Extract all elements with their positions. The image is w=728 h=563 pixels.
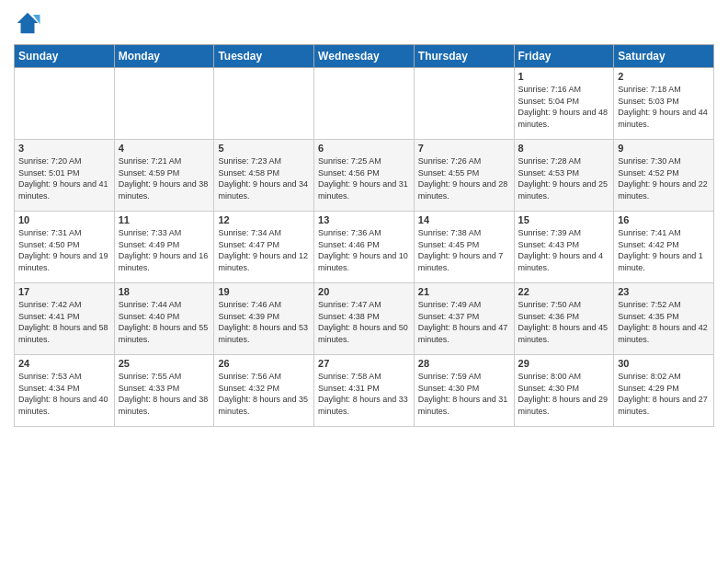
day-info: Sunrise: 7:31 AM Sunset: 4:50 PM Dayligh… [18, 227, 110, 273]
day-info: Sunrise: 7:21 AM Sunset: 4:59 PM Dayligh… [119, 155, 210, 201]
day-info: Sunrise: 7:59 AM Sunset: 4:30 PM Dayligh… [418, 371, 510, 417]
day-number: 23 [618, 286, 710, 297]
day-info: Sunrise: 7:26 AM Sunset: 4:55 PM Dayligh… [418, 155, 510, 201]
header-row: SundayMondayTuesdayWednesdayThursdayFrid… [15, 45, 714, 68]
day-info: Sunrise: 8:00 AM Sunset: 4:30 PM Dayligh… [518, 371, 610, 417]
day-info: Sunrise: 7:18 AM Sunset: 5:03 PM Dayligh… [618, 84, 710, 130]
day-info: Sunrise: 7:16 AM Sunset: 5:04 PM Dayligh… [518, 84, 610, 130]
day-number: 28 [418, 358, 510, 369]
day-cell: 7Sunrise: 7:26 AM Sunset: 4:55 PM Daylig… [414, 140, 514, 212]
header-cell-tuesday: Tuesday [214, 45, 314, 68]
day-cell: 28Sunrise: 7:59 AM Sunset: 4:30 PM Dayli… [414, 355, 514, 427]
day-number: 7 [418, 143, 510, 154]
header-cell-sunday: Sunday [15, 45, 115, 68]
day-number: 12 [218, 214, 310, 225]
day-info: Sunrise: 7:52 AM Sunset: 4:35 PM Dayligh… [618, 299, 710, 345]
day-number: 19 [218, 286, 310, 297]
day-number: 15 [518, 214, 610, 225]
day-number: 29 [518, 358, 610, 369]
day-cell: 29Sunrise: 8:00 AM Sunset: 4:30 PM Dayli… [514, 355, 614, 427]
logo-icon [14, 9, 41, 37]
day-info: Sunrise: 7:23 AM Sunset: 4:58 PM Dayligh… [218, 155, 310, 201]
week-row-4: 17Sunrise: 7:42 AM Sunset: 4:41 PM Dayli… [15, 283, 714, 355]
day-info: Sunrise: 7:53 AM Sunset: 4:34 PM Dayligh… [18, 371, 110, 417]
week-row-5: 24Sunrise: 7:53 AM Sunset: 4:34 PM Dayli… [15, 355, 714, 427]
day-cell: 4Sunrise: 7:21 AM Sunset: 4:59 PM Daylig… [114, 140, 214, 212]
day-number: 14 [418, 214, 510, 225]
week-row-3: 10Sunrise: 7:31 AM Sunset: 4:50 PM Dayli… [15, 212, 714, 283]
day-info: Sunrise: 7:49 AM Sunset: 4:37 PM Dayligh… [418, 299, 510, 345]
day-number: 2 [618, 71, 710, 82]
day-info: Sunrise: 7:58 AM Sunset: 4:31 PM Dayligh… [318, 371, 410, 417]
day-info: Sunrise: 7:56 AM Sunset: 4:32 PM Dayligh… [218, 371, 310, 417]
day-cell: 16Sunrise: 7:41 AM Sunset: 4:42 PM Dayli… [614, 212, 714, 283]
day-info: Sunrise: 7:25 AM Sunset: 4:56 PM Dayligh… [318, 155, 410, 201]
day-cell: 27Sunrise: 7:58 AM Sunset: 4:31 PM Dayli… [314, 355, 415, 427]
day-number: 30 [618, 358, 710, 369]
day-number: 1 [518, 71, 610, 82]
day-cell [15, 68, 115, 140]
day-number: 16 [618, 214, 710, 225]
day-cell: 30Sunrise: 8:02 AM Sunset: 4:29 PM Dayli… [614, 355, 714, 427]
header-cell-thursday: Thursday [414, 45, 514, 68]
week-row-1: 1Sunrise: 7:16 AM Sunset: 5:04 PM Daylig… [15, 68, 714, 140]
day-info: Sunrise: 7:34 AM Sunset: 4:47 PM Dayligh… [218, 227, 310, 273]
day-info: Sunrise: 7:47 AM Sunset: 4:38 PM Dayligh… [318, 299, 410, 345]
day-number: 17 [18, 286, 110, 297]
day-info: Sunrise: 7:30 AM Sunset: 4:52 PM Dayligh… [618, 155, 710, 201]
header-cell-saturday: Saturday [614, 45, 714, 68]
day-cell: 12Sunrise: 7:34 AM Sunset: 4:47 PM Dayli… [214, 212, 314, 283]
day-cell: 19Sunrise: 7:46 AM Sunset: 4:39 PM Dayli… [214, 283, 314, 355]
day-number: 6 [318, 143, 410, 154]
day-info: Sunrise: 7:42 AM Sunset: 4:41 PM Dayligh… [18, 299, 110, 345]
day-number: 18 [119, 286, 210, 297]
day-number: 13 [318, 214, 410, 225]
day-cell: 26Sunrise: 7:56 AM Sunset: 4:32 PM Dayli… [214, 355, 314, 427]
day-info: Sunrise: 7:41 AM Sunset: 4:42 PM Dayligh… [618, 227, 710, 273]
day-cell [414, 68, 514, 140]
day-number: 9 [618, 143, 710, 154]
day-info: Sunrise: 7:44 AM Sunset: 4:40 PM Dayligh… [119, 299, 210, 345]
day-number: 21 [418, 286, 510, 297]
day-number: 8 [518, 143, 610, 154]
day-cell: 5Sunrise: 7:23 AM Sunset: 4:58 PM Daylig… [214, 140, 314, 212]
day-number: 26 [218, 358, 310, 369]
day-info: Sunrise: 7:39 AM Sunset: 4:43 PM Dayligh… [518, 227, 610, 273]
day-number: 5 [218, 143, 310, 154]
calendar-table: SundayMondayTuesdayWednesdayThursdayFrid… [14, 44, 714, 427]
day-number: 11 [119, 214, 210, 225]
day-info: Sunrise: 7:50 AM Sunset: 4:36 PM Dayligh… [518, 299, 610, 345]
day-number: 24 [18, 358, 110, 369]
day-number: 27 [318, 358, 410, 369]
day-info: Sunrise: 7:20 AM Sunset: 5:01 PM Dayligh… [18, 155, 110, 201]
day-cell: 23Sunrise: 7:52 AM Sunset: 4:35 PM Dayli… [614, 283, 714, 355]
day-cell: 22Sunrise: 7:50 AM Sunset: 4:36 PM Dayli… [514, 283, 614, 355]
day-number: 20 [318, 286, 410, 297]
day-cell: 9Sunrise: 7:30 AM Sunset: 4:52 PM Daylig… [614, 140, 714, 212]
day-info: Sunrise: 7:38 AM Sunset: 4:45 PM Dayligh… [418, 227, 510, 273]
logo [14, 9, 45, 37]
day-cell: 15Sunrise: 7:39 AM Sunset: 4:43 PM Dayli… [514, 212, 614, 283]
header-cell-friday: Friday [514, 45, 614, 68]
page-container: SundayMondayTuesdayWednesdayThursdayFrid… [0, 0, 728, 431]
day-cell: 13Sunrise: 7:36 AM Sunset: 4:46 PM Dayli… [314, 212, 415, 283]
day-info: Sunrise: 7:33 AM Sunset: 4:49 PM Dayligh… [119, 227, 210, 273]
day-info: Sunrise: 7:46 AM Sunset: 4:39 PM Dayligh… [218, 299, 310, 345]
day-number: 3 [18, 143, 110, 154]
day-cell: 2Sunrise: 7:18 AM Sunset: 5:03 PM Daylig… [614, 68, 714, 140]
day-cell: 6Sunrise: 7:25 AM Sunset: 4:56 PM Daylig… [314, 140, 415, 212]
day-info: Sunrise: 7:55 AM Sunset: 4:33 PM Dayligh… [119, 371, 210, 417]
day-cell: 18Sunrise: 7:44 AM Sunset: 4:40 PM Dayli… [114, 283, 214, 355]
header-cell-wednesday: Wednesday [314, 45, 415, 68]
day-cell: 24Sunrise: 7:53 AM Sunset: 4:34 PM Dayli… [15, 355, 115, 427]
day-number: 22 [518, 286, 610, 297]
day-cell: 25Sunrise: 7:55 AM Sunset: 4:33 PM Dayli… [114, 355, 214, 427]
day-info: Sunrise: 8:02 AM Sunset: 4:29 PM Dayligh… [618, 371, 710, 417]
day-cell: 14Sunrise: 7:38 AM Sunset: 4:45 PM Dayli… [414, 212, 514, 283]
day-cell: 10Sunrise: 7:31 AM Sunset: 4:50 PM Dayli… [15, 212, 115, 283]
day-cell [114, 68, 214, 140]
calendar-body: 1Sunrise: 7:16 AM Sunset: 5:04 PM Daylig… [15, 68, 714, 427]
day-number: 10 [18, 214, 110, 225]
day-cell: 17Sunrise: 7:42 AM Sunset: 4:41 PM Dayli… [15, 283, 115, 355]
day-cell [314, 68, 415, 140]
